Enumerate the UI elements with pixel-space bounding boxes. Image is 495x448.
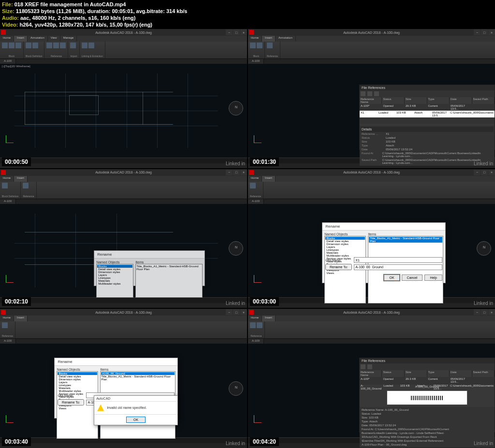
old-name-input[interactable] xyxy=(354,257,442,263)
rename-dialog: Rename Named Objects BlocksDetail view s… xyxy=(322,222,446,283)
ucs-icon xyxy=(254,133,263,143)
thumb-3: Autodesk AutoCAD 2018 - A-100.dwg−□× Hom… xyxy=(0,169,247,308)
file-references-panel: File References Reference NameStatusSize… xyxy=(359,85,495,150)
alert-ok-button[interactable]: OK xyxy=(126,417,146,423)
thumb-2: Autodesk AutoCAD 2018 - A-100.dwg−□× Hom… xyxy=(248,29,495,168)
thumb-6: Autodesk AutoCAD 2018 - A-100.dwg−□× Hom… xyxy=(248,309,495,448)
status-bar xyxy=(0,163,247,168)
watermark: Linked in xyxy=(226,161,245,166)
ucs-icon xyxy=(6,133,15,143)
media-info-header: File: 018 XREF file management in AutoCA… xyxy=(2,1,187,28)
tab-manage[interactable]: Manage xyxy=(60,36,77,42)
ucs-icon xyxy=(6,413,15,423)
command-line[interactable]: Type a command xyxy=(0,158,247,163)
rename-to-button[interactable]: Rename To: xyxy=(325,264,352,270)
thumb-1: Autodesk AutoCAD 2018 - A-100.dwg − □ × … xyxy=(0,29,247,168)
panel-title: File References xyxy=(360,85,495,90)
ok-button[interactable]: OK xyxy=(384,275,399,281)
close-button[interactable]: × xyxy=(240,29,247,35)
size-label: Size: xyxy=(2,8,16,14)
help-button[interactable] xyxy=(374,91,379,96)
ucs-icon xyxy=(6,273,15,283)
ribbon-icon[interactable] xyxy=(2,43,8,48)
timestamp: 00:00:50 xyxy=(2,158,31,166)
file-value: 018 XREF file management in AutoCAD.mp4 xyxy=(15,1,126,7)
refresh-button[interactable] xyxy=(367,91,372,96)
doc-tab[interactable]: A-100 xyxy=(0,59,16,64)
rename-to-input[interactable] xyxy=(354,264,442,270)
thumb-5: Autodesk AutoCAD 2018 - A-100.dwg−□× Hom… xyxy=(0,309,247,448)
tab-annotation[interactable]: Annotation xyxy=(28,36,48,42)
rename-to-button[interactable]: Rename To: xyxy=(58,399,84,405)
app-logo-icon xyxy=(1,30,6,35)
file-references-panel: File References Reference NameStatusSize… xyxy=(359,358,495,433)
audio-label: Audio: xyxy=(2,15,20,21)
attach-dwg-button[interactable] xyxy=(361,91,365,96)
tab-view[interactable]: View xyxy=(48,36,60,42)
video-value: h264, yuv420p, 1280x720, 147 kb/s, 15,00… xyxy=(19,22,152,28)
thumb-4: Autodesk AutoCAD 2018 - A-100.dwg−□× Hom… xyxy=(248,169,495,308)
maximize-button[interactable]: □ xyxy=(233,29,240,35)
items-listbox[interactable]: Title_Blocks_A1_Metric - Standard-HSB-Gr… xyxy=(135,264,203,298)
size-value: 11805323 bytes (11,26 MiB), duration: 00… xyxy=(16,8,188,14)
compass-icon[interactable] xyxy=(477,241,491,256)
named-objects-listbox[interactable]: BlocksDetail view stylesDimension styles… xyxy=(96,264,133,298)
reference-preview xyxy=(387,390,467,405)
ribbon: Block Block Definition Reference Import … xyxy=(0,42,247,59)
tab-insert[interactable]: Insert xyxy=(14,36,28,42)
audio-value: aac, 48000 Hz, 2 channels, s16, 160 kb/s… xyxy=(20,15,135,21)
table-row-selected[interactable]: X1Loaded103 KBAttach05/06/2017 13:5...C:… xyxy=(360,111,495,117)
rename-dialog: Rename Named Objects BlocksDetail view s… xyxy=(94,250,205,286)
help-button[interactable]: Help xyxy=(424,275,442,281)
drawing-canvas[interactable]: [-][Top][2D Wireframe] xyxy=(0,64,247,158)
alert-message: Invalid old name specified. xyxy=(107,406,147,409)
tab-home[interactable]: Home xyxy=(0,36,14,42)
ucs-icon xyxy=(254,413,263,423)
titlebar: Autodesk AutoCAD 2018 - A-100.dwg − □ × xyxy=(0,29,247,36)
references-table: Reference NameStatusSizeTypeDateSaved Pa… xyxy=(360,97,495,124)
minimize-button[interactable]: − xyxy=(226,29,233,35)
alert-dialog: AutoCAD Invalid old name specified. OK xyxy=(94,395,178,425)
compass-icon[interactable] xyxy=(229,381,243,396)
file-label: File: xyxy=(2,1,15,7)
compass-icon[interactable] xyxy=(229,101,243,116)
ucs-icon xyxy=(254,273,263,283)
thumbnail-grid: Autodesk AutoCAD 2018 - A-100.dwg − □ × … xyxy=(0,29,495,448)
cancel-button[interactable]: Cancel xyxy=(402,275,423,281)
table-row[interactable]: A-100*Opened29.3 KBCurrent05/06/2017 13:… xyxy=(360,377,495,384)
app-logo-icon xyxy=(249,30,254,35)
video-label: Video: xyxy=(2,22,19,28)
drawing-canvas[interactable]: File References Reference NameStatusSize… xyxy=(248,64,495,158)
warning-icon xyxy=(97,405,104,411)
menu-tabs: Home Insert Annotation View Manage xyxy=(0,36,247,42)
table-row[interactable]: A-100*Opened29.3 KBCurrent05/06/2017 13:… xyxy=(360,104,495,111)
compass-icon[interactable] xyxy=(229,241,243,256)
